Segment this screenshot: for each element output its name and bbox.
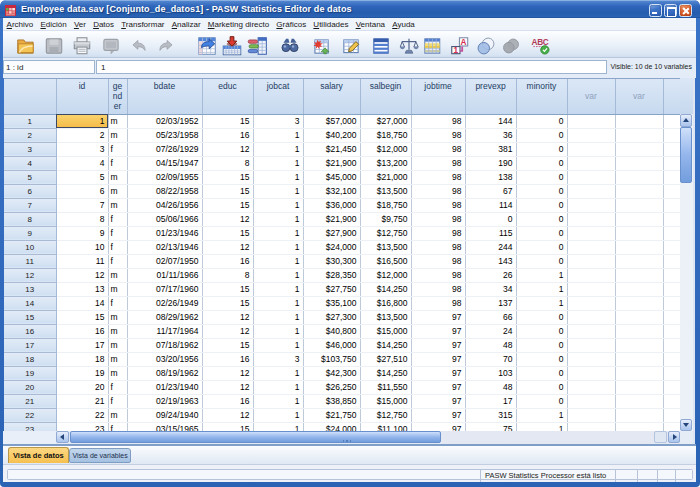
svg-text:1: 1 xyxy=(454,45,459,54)
svg-text:A: A xyxy=(461,37,467,46)
